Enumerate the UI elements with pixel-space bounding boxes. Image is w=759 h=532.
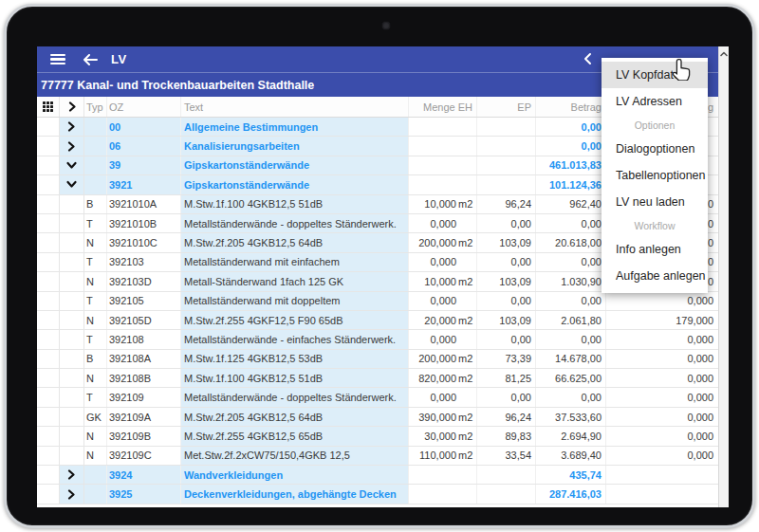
cell-oz[interactable]: 392109B: [107, 427, 181, 445]
cell-text[interactable]: Metallständerwände - einfaches Ständerwe…: [181, 330, 409, 348]
cell-betrag[interactable]: 2.061,80: [536, 311, 606, 329]
cell-menge-eh[interactable]: [409, 485, 477, 503]
back-arrow-icon[interactable]: [83, 54, 98, 65]
cell-text[interactable]: Metall-Ständerwand 1fach 125 GK: [181, 272, 409, 290]
table-row[interactable]: N392109BM.Stw.2f.255 4GKB12,5 65dB30,000…: [37, 427, 719, 446]
cell-betrag[interactable]: 0,00: [536, 118, 606, 136]
cell-menge-eh[interactable]: 10,000m2: [409, 195, 477, 213]
cell-menge-eh[interactable]: 20,000m2: [409, 311, 477, 329]
cell-ep[interactable]: 33,54: [477, 447, 536, 465]
cell-menge-eh[interactable]: 110,000m2: [409, 447, 477, 465]
cell-betrag[interactable]: 287.416,03: [536, 485, 606, 503]
cell-oz[interactable]: 3921010B: [107, 214, 181, 232]
cell-typ[interactable]: T: [84, 214, 107, 232]
expand-chevron-icon[interactable]: [60, 466, 84, 484]
cell-extra[interactable]: [606, 466, 719, 484]
cell-typ[interactable]: [84, 137, 107, 155]
cell-extra[interactable]: 0,000: [606, 330, 719, 348]
cell-typ[interactable]: N: [84, 311, 107, 329]
cell-menge-eh[interactable]: 390,000m2: [409, 408, 477, 426]
table-row[interactable]: B392108AM.Stw.1f.125 4GKB12,5 53dB200,00…: [37, 350, 719, 369]
cell-text[interactable]: Kanalisierungsarbeiten: [181, 137, 409, 155]
table-row[interactable]: T392109Metallständerwände - doppeltes St…: [37, 388, 719, 407]
cell-menge-eh[interactable]: 0,000: [409, 253, 477, 271]
table-row[interactable]: GK392109AM.Stw.2f.205 4GKB12,5 64dB390,0…: [37, 408, 719, 427]
cell-ep[interactable]: 103,09: [477, 311, 536, 329]
cell-text[interactable]: Gipskartonständerwände: [181, 156, 409, 174]
cell-typ[interactable]: [84, 156, 107, 174]
cell-oz[interactable]: 3925: [107, 485, 181, 503]
cell-oz[interactable]: 3924: [107, 466, 181, 484]
cell-text[interactable]: M.Stw.2f.205 4GKB12,5 64dB: [181, 233, 409, 251]
cell-text[interactable]: Met.Stw.2f.2xCW75/150,4GKB 12,5: [181, 447, 409, 465]
cell-text[interactable]: Wandverkleidungen: [181, 466, 409, 484]
cell-typ[interactable]: B: [84, 350, 107, 368]
cell-extra[interactable]: 0,000: [606, 447, 719, 465]
expand-all-chevron-icon[interactable]: [60, 97, 84, 117]
cell-typ[interactable]: T: [84, 253, 107, 271]
cell-ep[interactable]: 81,25: [477, 369, 536, 387]
cell-ep[interactable]: 0,00: [477, 214, 536, 232]
cell-typ[interactable]: [84, 118, 107, 136]
cell-betrag[interactable]: 962,40: [536, 195, 606, 213]
table-row[interactable]: 3924Wandverkleidungen435,74: [37, 466, 719, 485]
hamburger-menu-icon[interactable]: [50, 54, 65, 64]
menu-item-aufgabe-anlegen[interactable]: Aufgabe anlegen: [602, 263, 708, 289]
cell-oz[interactable]: 392103D: [107, 272, 181, 290]
cell-betrag[interactable]: 0,00: [536, 253, 606, 271]
cell-betrag[interactable]: 101.124,36: [536, 175, 606, 193]
cell-betrag[interactable]: 1.030,90: [536, 272, 606, 290]
cell-ep[interactable]: [477, 118, 536, 136]
table-row[interactable]: T392105Metallständerwand mit doppeltem0,…: [37, 292, 719, 311]
cell-betrag[interactable]: 0,00: [536, 214, 606, 232]
cell-oz[interactable]: 392108: [107, 330, 181, 348]
cell-text[interactable]: M.Stw.1f.100 4GKB12,5 51dB: [181, 369, 409, 387]
cell-betrag[interactable]: 435,74: [536, 466, 606, 484]
cell-menge-eh[interactable]: 0,000: [409, 214, 477, 232]
cell-oz[interactable]: 392105: [107, 292, 181, 310]
menu-item-tabellenoptionen[interactable]: Tabellenoptionen: [602, 162, 708, 189]
cell-oz[interactable]: 392109: [107, 388, 181, 406]
cell-oz[interactable]: 00: [107, 118, 181, 136]
cell-ep[interactable]: 0,00: [477, 253, 536, 271]
cell-typ[interactable]: T: [84, 330, 107, 348]
cell-extra[interactable]: [606, 485, 719, 503]
cell-betrag[interactable]: 37.533,60: [536, 408, 606, 426]
cell-oz[interactable]: 392108B: [107, 369, 181, 387]
expand-chevron-icon[interactable]: [60, 156, 84, 174]
column-header-betrag[interactable]: Betrag: [536, 97, 606, 117]
cell-text[interactable]: Metallständerwände - doppeltes Ständerwe…: [181, 388, 409, 406]
cell-oz[interactable]: 3921: [107, 175, 181, 193]
cell-betrag[interactable]: 0,00: [536, 388, 606, 406]
cell-menge-eh[interactable]: [409, 466, 477, 484]
cell-betrag[interactable]: 0,00: [536, 292, 606, 310]
cell-menge-eh[interactable]: [409, 156, 477, 174]
cell-extra[interactable]: 179,000: [606, 311, 719, 329]
cell-ep[interactable]: 89,83: [477, 427, 536, 445]
cell-text[interactable]: M.Stw.2f.255 4GKB12,5 65dB: [181, 427, 409, 445]
cell-menge-eh[interactable]: 200,000m2: [409, 350, 477, 368]
cell-typ[interactable]: T: [84, 292, 107, 310]
cell-text[interactable]: M.Stw.1f.100 4GKB12,5 51dB: [181, 195, 409, 213]
cell-text[interactable]: Metallständerwand mit einfachem: [181, 253, 409, 271]
cell-ep[interactable]: [477, 175, 536, 193]
expand-chevron-icon[interactable]: [60, 175, 84, 193]
cell-typ[interactable]: [84, 175, 107, 193]
table-row[interactable]: N392105DM.Stw.2f.255 4GKF12,5 F90 65dB20…: [37, 311, 719, 330]
cell-betrag[interactable]: 0,00: [536, 137, 606, 155]
cell-ep[interactable]: 0,00: [477, 388, 536, 406]
cell-oz[interactable]: 392105D: [107, 311, 181, 329]
cell-typ[interactable]: N: [84, 233, 107, 251]
column-header-ep[interactable]: EP: [477, 97, 536, 117]
cell-menge-eh[interactable]: 0,000: [409, 292, 477, 310]
cell-ep[interactable]: [477, 137, 536, 155]
vertical-scrollbar[interactable]: [718, 46, 729, 507]
cell-text[interactable]: Metallständerwand mit doppeltem: [181, 292, 409, 310]
cell-menge-eh[interactable]: 200,000m2: [409, 233, 477, 251]
cell-extra[interactable]: 0,000: [606, 292, 719, 310]
cell-typ[interactable]: N: [84, 272, 107, 290]
cell-oz[interactable]: 392109C: [107, 447, 181, 465]
table-row[interactable]: N392109CMet.Stw.2f.2xCW75/150,4GKB 12,51…: [37, 447, 719, 466]
cell-menge-eh[interactable]: 10,000m2: [409, 272, 477, 290]
cell-typ[interactable]: GK: [84, 408, 107, 426]
